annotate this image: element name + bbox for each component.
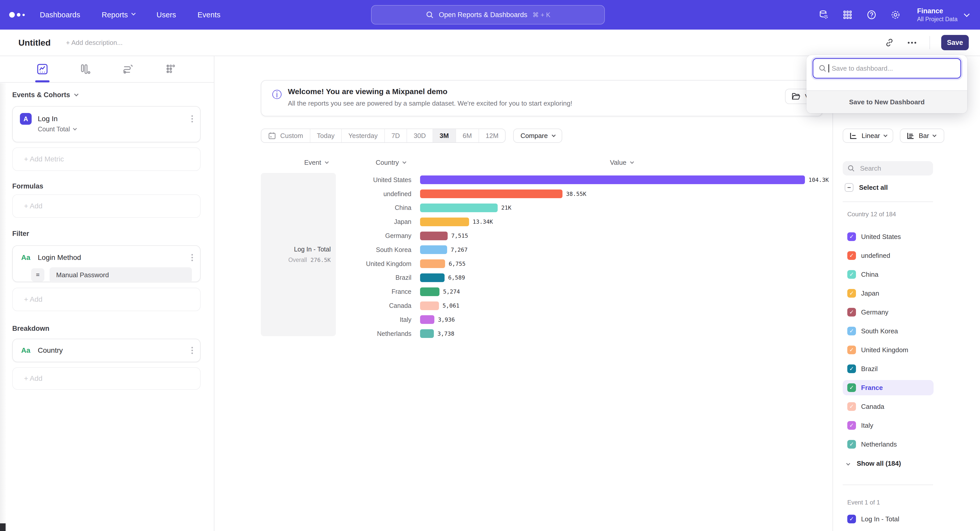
bar[interactable] [420, 203, 498, 212]
segment-row-canada[interactable]: ✓Canada [843, 399, 934, 414]
segment-checkbox[interactable]: ✓ [847, 251, 856, 260]
dashboard-search-field[interactable] [813, 58, 961, 79]
bar[interactable] [420, 287, 439, 296]
segment-checkbox[interactable]: ✓ [847, 421, 856, 430]
add-breakdown-button[interactable]: + Add [12, 367, 200, 390]
bar-category-label: Japan [336, 218, 411, 225]
tab-flows[interactable] [121, 59, 135, 80]
nav-item-reports[interactable]: Reports [102, 11, 135, 19]
filter-value[interactable]: Manual Password [49, 267, 192, 282]
date-range-custom[interactable]: Custom [261, 129, 310, 142]
segment-row-china[interactable]: ✓China [843, 267, 934, 282]
report-title[interactable]: Untitled [18, 38, 51, 48]
nav-item-events[interactable]: Events [197, 11, 221, 19]
metric-kebab-icon[interactable] [189, 112, 195, 125]
date-range-3m[interactable]: 3M [433, 129, 455, 142]
apps-grid-icon[interactable] [842, 9, 853, 21]
segment-checkbox[interactable]: ✓ [847, 270, 856, 279]
segment-search[interactable] [843, 161, 933, 176]
date-range-7d[interactable]: 7D [384, 129, 407, 142]
settings-gear-icon[interactable] [890, 9, 901, 21]
segment-checkbox[interactable]: ✓ [847, 327, 856, 335]
metric-name[interactable]: Log In [38, 115, 189, 123]
aggregation-selector[interactable]: Count Total [38, 125, 200, 133]
nav-item-users[interactable]: Users [156, 11, 176, 19]
save-to-new-dashboard-button[interactable]: Save to New Dashboard [807, 90, 967, 113]
select-all-checkbox[interactable]: − [845, 183, 853, 192]
tab-retention[interactable] [164, 59, 178, 80]
column-header-event[interactable]: Event [304, 159, 328, 166]
date-range-today[interactable]: Today [310, 129, 341, 142]
bar[interactable] [420, 301, 439, 310]
add-filter-button[interactable]: + Add [12, 288, 200, 311]
segment-row-france[interactable]: ✓France [843, 380, 934, 395]
column-header-value[interactable]: Value [610, 159, 633, 166]
column-header-country[interactable]: Country [375, 159, 406, 166]
show-all-button[interactable]: Show all (184) [847, 460, 901, 468]
segment-checkbox[interactable]: ✓ [847, 289, 856, 298]
compare-button[interactable]: Compare [513, 128, 562, 143]
bar[interactable] [420, 176, 805, 184]
bar[interactable] [420, 315, 434, 324]
events-cohorts-heading[interactable]: Events & Cohorts [12, 90, 200, 100]
segment-checkbox[interactable]: ✓ [847, 346, 856, 354]
metric-card-log-in[interactable]: A Log In Count Total [12, 106, 200, 142]
segment-row-undefined[interactable]: ✓undefined [843, 248, 934, 263]
segment-row-united-kingdom[interactable]: ✓United Kingdom [843, 342, 934, 358]
event-checkbox[interactable]: ✓ [847, 515, 856, 523]
filter-operator[interactable]: = [31, 268, 45, 282]
breakdown-kebab-icon[interactable] [189, 344, 195, 357]
date-range-6m[interactable]: 6M [455, 129, 479, 142]
mixpanel-logo[interactable] [9, 12, 27, 17]
date-range-30d[interactable]: 30D [407, 129, 433, 142]
segment-checkbox[interactable]: ✓ [847, 365, 856, 373]
project-switcher[interactable]: Finance All Project Data [917, 7, 969, 23]
value-scale-dropdown[interactable]: Linear [843, 128, 893, 143]
bar[interactable] [420, 329, 434, 338]
more-options-icon[interactable] [905, 38, 919, 48]
add-metric-button[interactable]: + Add Metric [12, 147, 200, 171]
segment-row-italy[interactable]: ✓Italy [843, 418, 934, 433]
bar[interactable] [420, 273, 445, 282]
event-checkbox-row[interactable]: ✓ Log In - Total [847, 515, 899, 523]
global-search-button[interactable]: Open Reports & Dashboards ⌘ + K [371, 5, 605, 24]
breakdown-card-country[interactable]: Aa Country [12, 339, 200, 362]
segment-search-input[interactable] [859, 164, 920, 173]
filter-kebab-icon[interactable] [189, 251, 195, 264]
date-range-yesterday[interactable]: Yesterday [341, 129, 384, 142]
bar[interactable] [420, 190, 563, 198]
chart-type-dropdown[interactable]: Bar [900, 128, 944, 143]
save-button[interactable]: Save [941, 35, 969, 50]
chart-row: France5,274 [336, 285, 832, 299]
tab-insights[interactable] [35, 59, 49, 80]
segment-row-germany[interactable]: ✓Germany [843, 304, 934, 320]
segment-checkbox[interactable]: ✓ [847, 440, 856, 449]
segment-row-japan[interactable]: ✓Japan [843, 286, 934, 301]
segment-row-south-korea[interactable]: ✓South Korea [843, 323, 934, 339]
segment-checkbox[interactable]: ✓ [847, 383, 856, 392]
bar[interactable] [420, 217, 469, 226]
dashboard-search-input[interactable] [831, 64, 948, 73]
filter-card-login-method[interactable]: Aa Login Method = Manual Password [12, 245, 200, 282]
segment-row-united-states[interactable]: ✓United States [843, 229, 934, 244]
segment-checkbox[interactable]: ✓ [847, 308, 856, 317]
add-description-field[interactable]: + Add description... [66, 39, 123, 47]
filter-property-name[interactable]: Login Method [38, 254, 189, 262]
bar[interactable] [420, 259, 445, 268]
segment-row-netherlands[interactable]: ✓Netherlands [843, 437, 934, 452]
select-all-row[interactable]: − Select all [845, 183, 888, 192]
breakdown-property-name[interactable]: Country [38, 346, 189, 355]
search-icon [847, 165, 855, 172]
nav-item-dashboards[interactable]: Dashboards [40, 11, 80, 19]
copy-link-icon[interactable] [881, 35, 897, 51]
tab-funnels[interactable] [78, 59, 92, 80]
segment-row-brazil[interactable]: ✓Brazil [843, 361, 934, 376]
segment-checkbox[interactable]: ✓ [847, 232, 856, 241]
add-formula-button[interactable]: + Add [12, 194, 200, 218]
bar[interactable] [420, 245, 447, 254]
segment-checkbox[interactable]: ✓ [847, 402, 856, 411]
help-icon[interactable] [866, 9, 877, 21]
bar[interactable] [420, 231, 448, 240]
data-management-icon[interactable] [818, 9, 829, 21]
date-range-12m[interactable]: 12M [479, 129, 505, 142]
